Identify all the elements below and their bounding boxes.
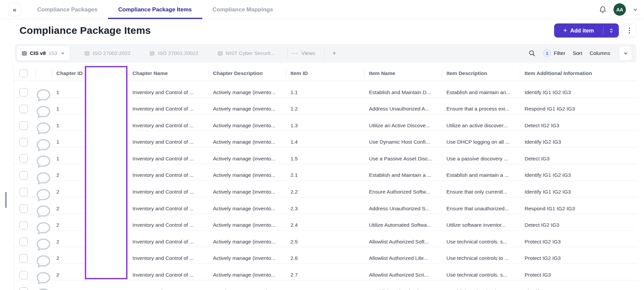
cell-item-id: 1.5 <box>286 156 364 162</box>
columns-button[interactable]: Columns <box>590 50 610 56</box>
cell-chapter-description: Develop processes and t... <box>208 289 286 290</box>
view-tab-nist[interactable]: NIST Cyber Securit... <box>213 46 279 61</box>
comment-bubble-icon[interactable] <box>35 286 52 290</box>
view-tab-iso-27001[interactable]: ISO 27001:20022 <box>145 46 203 61</box>
cell-item-name: Allowlist Authorized Soft... <box>364 239 442 245</box>
cell-item-id: 2.2 <box>286 189 364 195</box>
select-all-checkbox[interactable] <box>19 69 28 77</box>
top-bar: « Compliance Packages Compliance Package… <box>0 0 644 19</box>
cell-item-name: Utilize an Active Discove... <box>364 123 442 129</box>
row-checkbox[interactable] <box>19 254 28 263</box>
highlighted-column-selection[interactable] <box>85 66 127 279</box>
column-header-chapter-description[interactable]: Chapter Description <box>208 66 286 81</box>
cell-item-description: Ensure that unauthorized... <box>442 206 520 212</box>
cell-item-description: Ensure that a process exi... <box>442 106 520 112</box>
chevron-down-icon[interactable] <box>60 51 65 56</box>
cell-item-name: Establish and Maintain a... <box>364 289 442 290</box>
cell-item-name: Address Unauthorized S... <box>364 206 442 212</box>
view-tab-iso-27002[interactable]: ISO 27002:2022 <box>79 46 135 61</box>
column-header-item-name[interactable]: Item Name <box>364 66 442 81</box>
view-tab-count: 153 <box>48 50 57 56</box>
cell-chapter-id: 2 <box>52 172 85 178</box>
cell-item-id: 2.5 <box>286 239 364 245</box>
column-header-chapter-name[interactable]: Chapter Name <box>128 66 208 81</box>
add-item-button[interactable]: + Add item <box>554 27 603 34</box>
cell-item-description: Use a passive discovery ... <box>442 156 520 162</box>
cell-item-name: Use a Passive Asset Disc... <box>364 156 442 162</box>
cell-item-additional-information: Detect IG2 IG3 <box>520 222 638 228</box>
tab-compliance-package-items[interactable]: Compliance Package Items <box>108 0 202 19</box>
comments-column-header <box>35 66 52 81</box>
cell-chapter-id: 2 <box>52 222 85 228</box>
vertical-scrollbar-thumb[interactable] <box>5 192 7 208</box>
cell-chapter-description: Actively manage (invento... <box>208 189 286 195</box>
row-checkbox[interactable] <box>19 138 28 146</box>
filter-count-badge: 1 <box>543 49 551 57</box>
sort-button[interactable]: Sort <box>573 50 582 56</box>
cell-item-additional-information: Identify IG1 IG2 IG3 <box>520 172 638 178</box>
column-header-item-additional-information[interactable]: Item Additional Information <box>520 66 638 81</box>
cell-item-id: 2.4 <box>286 222 364 228</box>
cell-chapter-id: 2 <box>52 239 85 245</box>
search-icon[interactable] <box>528 50 536 57</box>
column-header-chapter-id[interactable]: Chapter ID <box>52 66 85 81</box>
row-checkbox[interactable] <box>19 121 28 130</box>
row-checkbox[interactable] <box>19 171 28 179</box>
row-checkbox[interactable] <box>19 271 28 279</box>
avatar[interactable]: AA <box>613 3 626 16</box>
views-menu-button[interactable]: ··· Views <box>292 50 315 56</box>
table-row[interactable]: 3 Data Protection Develop processes and … <box>14 280 637 290</box>
cell-chapter-name: Inventory and Control of ... <box>128 222 208 228</box>
add-item-split-button[interactable]: + Add item <box>554 23 619 38</box>
chevron-down-icon <box>623 51 628 56</box>
cell-item-id: 1.3 <box>286 123 364 129</box>
row-checkbox[interactable] <box>19 287 28 290</box>
view-bar: CIS v8 153 ISO 27002:2022 ISO 27001:2 <box>15 44 636 63</box>
view-tab-cis-v8[interactable]: CIS v8 153 <box>16 46 70 61</box>
cell-chapter-id: 2 <box>52 189 85 195</box>
cell-item-id: 2.7 <box>286 272 364 278</box>
row-checkbox[interactable] <box>19 204 28 213</box>
row-checkbox[interactable] <box>19 188 28 196</box>
row-checkbox[interactable] <box>19 237 28 246</box>
cell-chapter-name: Data Protection <box>128 289 208 290</box>
cell-chapter-id: 1 <box>52 106 85 112</box>
cell-chapter-name: Inventory and Control of ... <box>128 206 208 212</box>
cell-item-description: Utilize an active discover... <box>442 123 520 129</box>
tab-compliance-packages[interactable]: Compliance Packages <box>27 0 108 19</box>
cell-item-name: Use Dynamic Host Confi... <box>364 139 442 145</box>
cell-item-id: 2.3 <box>286 206 364 212</box>
account-chevron-down-icon[interactable] <box>633 7 638 12</box>
viewbar-chevron-button[interactable] <box>619 46 632 61</box>
cell-chapter-name: Inventory and Control of ... <box>128 272 208 278</box>
more-options-button[interactable] <box>623 23 636 38</box>
row-checkbox[interactable] <box>19 221 28 229</box>
cell-chapter-id: 2 <box>52 255 85 261</box>
cell-chapter-name: Inventory and Control of ... <box>128 139 208 145</box>
cell-chapter-name: Inventory and Control of ... <box>128 239 208 245</box>
cell-item-name: Address Unauthorized A... <box>364 106 442 112</box>
viewbar-right-group: 1 Filter Sort Columns <box>528 46 636 61</box>
column-header-item-description[interactable]: Item Description <box>442 66 520 81</box>
table-view-icon <box>84 51 90 56</box>
row-checkbox[interactable] <box>19 154 28 163</box>
views-label: Views <box>301 50 315 56</box>
add-view-button[interactable]: + <box>329 49 339 57</box>
table-view-icon <box>217 51 223 56</box>
row-checkbox[interactable] <box>19 105 28 113</box>
cell-item-name: Ensure Authorized Softw... <box>364 189 442 195</box>
table-view-icon <box>149 51 155 56</box>
cell-item-description: Establish and maintain a... <box>442 289 520 290</box>
cell-chapter-name: Inventory and Control of ... <box>128 106 208 112</box>
cell-chapter-description: Actively manage (invento... <box>208 89 286 95</box>
tab-compliance-mappings[interactable]: Compliance Mappings <box>202 0 283 19</box>
cell-chapter-id: 3 <box>52 289 85 290</box>
table-view-icon <box>21 51 27 56</box>
filter-button[interactable]: 1 Filter <box>543 49 565 57</box>
view-tab-label: NIST Cyber Securit... <box>226 50 275 56</box>
column-header-item-id[interactable]: Item ID <box>286 66 364 81</box>
row-checkbox[interactable] <box>19 88 28 96</box>
add-item-expand-button[interactable] <box>603 28 619 33</box>
notifications-bell-icon[interactable] <box>599 6 607 14</box>
sidebar-collapse-button[interactable]: « <box>8 3 21 16</box>
